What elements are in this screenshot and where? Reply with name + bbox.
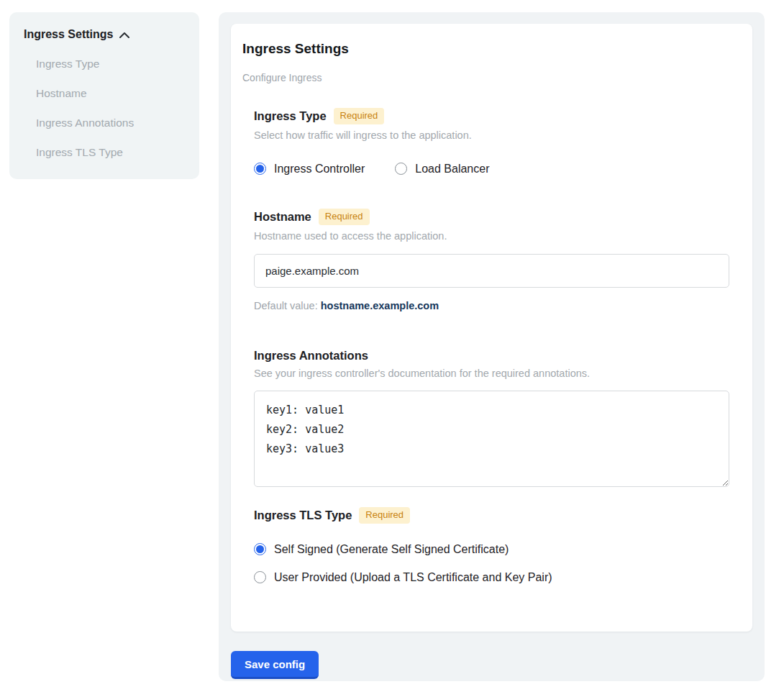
settings-panel: Ingress Settings Configure Ingress Ingre…: [219, 12, 765, 681]
field-ingress-type: Ingress Type Required Select how traffic…: [254, 108, 729, 176]
radio-unselected-icon[interactable]: [395, 163, 407, 175]
sidebar-header-label: Ingress Settings: [24, 28, 113, 41]
radio-selected-icon[interactable]: [254, 543, 266, 555]
sidebar-item-hostname[interactable]: Hostname: [36, 87, 185, 100]
radio-selected-icon[interactable]: [254, 163, 266, 175]
sidebar-header-ingress-settings[interactable]: Ingress Settings: [24, 28, 185, 41]
radio-ingress-controller[interactable]: Ingress Controller: [254, 163, 365, 176]
radio-user-provided-label: User Provided (Upload a TLS Certificate …: [274, 571, 552, 584]
sidebar-item-ingress-tls-type[interactable]: Ingress TLS Type: [36, 146, 185, 159]
radio-load-balancer[interactable]: Load Balancer: [395, 163, 489, 176]
sidebar-item-ingress-type[interactable]: Ingress Type: [36, 58, 185, 70]
hostname-default-label: Default value:: [254, 300, 318, 311]
sidebar-nav: Ingress Type Hostname Ingress Annotation…: [24, 58, 185, 159]
form-fields: Ingress Type Required Select how traffic…: [254, 108, 729, 584]
radio-user-provided[interactable]: User Provided (Upload a TLS Certificate …: [254, 571, 729, 584]
ingress-type-label: Ingress Type: [254, 109, 327, 123]
hostname-default-line: Default value: hostname.example.com: [254, 300, 729, 311]
ingress-settings-card: Ingress Settings Configure Ingress Ingre…: [231, 24, 752, 632]
chevron-up-icon: [119, 32, 129, 38]
card-title: Ingress Settings: [242, 41, 741, 57]
ingress-tls-type-label: Ingress TLS Type: [254, 509, 352, 522]
ingress-annotations-textarea[interactable]: key1: value1 key2: value2 key3: value3: [254, 391, 729, 487]
card-subtitle: Configure Ingress: [242, 72, 741, 83]
ingress-type-help: Select how traffic will ingress to the a…: [254, 129, 729, 141]
radio-unselected-icon[interactable]: [254, 571, 266, 583]
radio-ingress-controller-label: Ingress Controller: [274, 163, 365, 176]
field-hostname: Hostname Required Hostname used to acces…: [254, 209, 729, 311]
hostname-input[interactable]: [254, 254, 729, 288]
required-badge: Required: [359, 507, 410, 524]
sidebar-item-ingress-annotations[interactable]: Ingress Annotations: [36, 117, 185, 129]
ingress-type-radio-group: Ingress Controller Load Balancer: [254, 163, 729, 176]
ingress-annotations-label: Ingress Annotations: [254, 349, 368, 363]
ingress-annotations-help: See your ingress controller's documentat…: [254, 368, 729, 379]
hostname-help: Hostname used to access the application.: [254, 230, 729, 242]
radio-self-signed[interactable]: Self Signed (Generate Self Signed Certif…: [254, 543, 729, 556]
sidebar: Ingress Settings Ingress Type Hostname I…: [9, 12, 199, 179]
field-ingress-tls-type: Ingress TLS Type Required Self Signed (G…: [254, 507, 729, 584]
radio-load-balancer-label: Load Balancer: [415, 163, 489, 176]
field-ingress-annotations: Ingress Annotations See your ingress con…: [254, 349, 729, 487]
hostname-default-value: hostname.example.com: [321, 300, 439, 311]
radio-self-signed-label: Self Signed (Generate Self Signed Certif…: [274, 543, 509, 556]
hostname-label: Hostname: [254, 210, 311, 224]
save-config-button[interactable]: Save config: [231, 651, 319, 679]
ingress-tls-radio-group: Self Signed (Generate Self Signed Certif…: [254, 543, 729, 584]
required-badge: Required: [319, 209, 370, 225]
required-badge: Required: [334, 108, 385, 124]
